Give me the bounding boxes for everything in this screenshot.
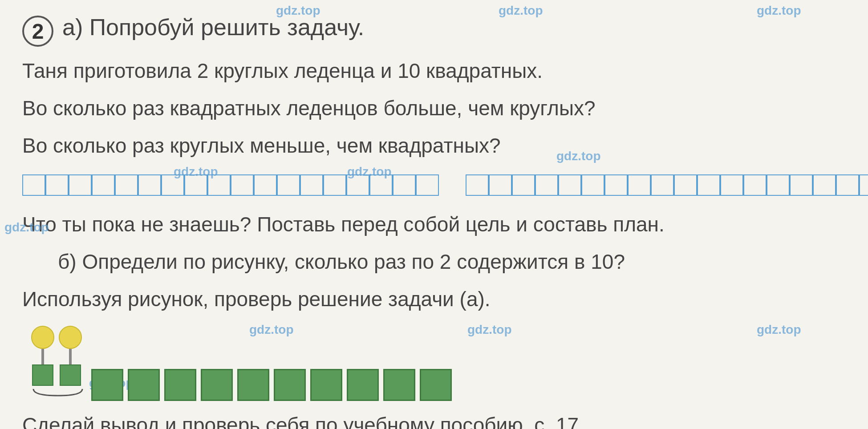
grid-cell bbox=[161, 174, 184, 196]
grid-cell bbox=[138, 174, 161, 196]
grid-box-1 bbox=[22, 174, 439, 196]
candy-stick-1 bbox=[41, 349, 44, 364]
header-row: 2 а) Попробуй решить задачу. bbox=[22, 13, 841, 47]
task-line-3: Во сколько раз круглых меньше, чем квадр… bbox=[22, 130, 841, 161]
candy-square-3 bbox=[164, 369, 196, 401]
candy-square-4 bbox=[201, 369, 233, 401]
grid-cell bbox=[790, 174, 813, 196]
candy-square-8 bbox=[347, 369, 379, 401]
grid-cell bbox=[535, 174, 558, 196]
section-b-line2: Используя рисунок, проверь решение задач… bbox=[22, 284, 841, 315]
grid-cell bbox=[393, 174, 416, 196]
grid-cell bbox=[300, 174, 323, 196]
section-a-title: а) Попробуй решить задачу. bbox=[62, 13, 364, 41]
section-b-title: б) Определи по рисунку, сколько раз по 2… bbox=[22, 247, 841, 277]
grid-cell bbox=[69, 174, 92, 196]
lollipop-2 bbox=[59, 326, 82, 386]
grid-cell bbox=[45, 174, 69, 196]
candy-ball-1 bbox=[31, 326, 54, 349]
grid-cell bbox=[743, 174, 767, 196]
grid-boxes-row bbox=[22, 174, 841, 196]
exercise-number-badge: 2 bbox=[22, 16, 53, 47]
candy-ball-2 bbox=[59, 326, 82, 349]
grid-cell bbox=[836, 174, 859, 196]
brace-svg bbox=[31, 387, 85, 399]
grid-cell bbox=[674, 174, 697, 196]
grid-cell bbox=[231, 174, 254, 196]
candy-base-1 bbox=[32, 364, 53, 386]
section-b: б) Определи по рисунку, сколько раз по 2… bbox=[22, 247, 841, 315]
conclusion-text: Сделай вывод и проверь себя по учебному … bbox=[22, 410, 841, 429]
lollipop-1 bbox=[31, 326, 54, 386]
grid-cell bbox=[184, 174, 207, 196]
grid-cell bbox=[604, 174, 628, 196]
grid-cell bbox=[697, 174, 720, 196]
candy-base-2 bbox=[60, 364, 81, 386]
question-text: Что ты пока не знаешь? Поставь перед соб… bbox=[22, 209, 841, 240]
grid-cell bbox=[581, 174, 604, 196]
candy-square-7 bbox=[310, 369, 342, 401]
candy-stick-2 bbox=[69, 349, 72, 364]
candy-squares-row bbox=[91, 369, 452, 401]
grid-cell bbox=[22, 174, 45, 196]
candy-square-2 bbox=[128, 369, 160, 401]
candy-square-10 bbox=[420, 369, 452, 401]
grid-box-2 bbox=[466, 174, 868, 196]
grid-cell bbox=[346, 174, 369, 196]
grid-cell bbox=[489, 174, 512, 196]
grid-cell bbox=[254, 174, 277, 196]
grid-cell bbox=[277, 174, 300, 196]
task-line-2: Во сколько раз квадратных леденцов больш… bbox=[22, 93, 841, 124]
candy-square-6 bbox=[274, 369, 306, 401]
grid-cell bbox=[207, 174, 231, 196]
task-line-1: Таня приготовила 2 круглых леденца и 10 … bbox=[22, 56, 841, 86]
grid-cell bbox=[628, 174, 651, 196]
main-content: Таня приготовила 2 круглых леденца и 10 … bbox=[22, 56, 841, 429]
grid-cell bbox=[767, 174, 790, 196]
grid-cell bbox=[466, 174, 489, 196]
candy-square-5 bbox=[237, 369, 269, 401]
grid-cell bbox=[558, 174, 581, 196]
grid-cell bbox=[859, 174, 868, 196]
candy-square-1 bbox=[91, 369, 123, 401]
grid-cell bbox=[115, 174, 138, 196]
grid-cell bbox=[813, 174, 836, 196]
exercise-number: 2 bbox=[32, 19, 44, 44]
grid-cell bbox=[92, 174, 115, 196]
grid-cell bbox=[651, 174, 674, 196]
candy-illustration bbox=[31, 326, 841, 401]
grid-cell bbox=[512, 174, 535, 196]
grid-cell bbox=[720, 174, 743, 196]
grid-cell bbox=[416, 174, 439, 196]
page: gdz.top gdz.top gdz.top gdz.top gdz.top … bbox=[0, 0, 868, 429]
grid-cell bbox=[369, 174, 393, 196]
grid-cell bbox=[323, 174, 346, 196]
candy-square-9 bbox=[383, 369, 415, 401]
